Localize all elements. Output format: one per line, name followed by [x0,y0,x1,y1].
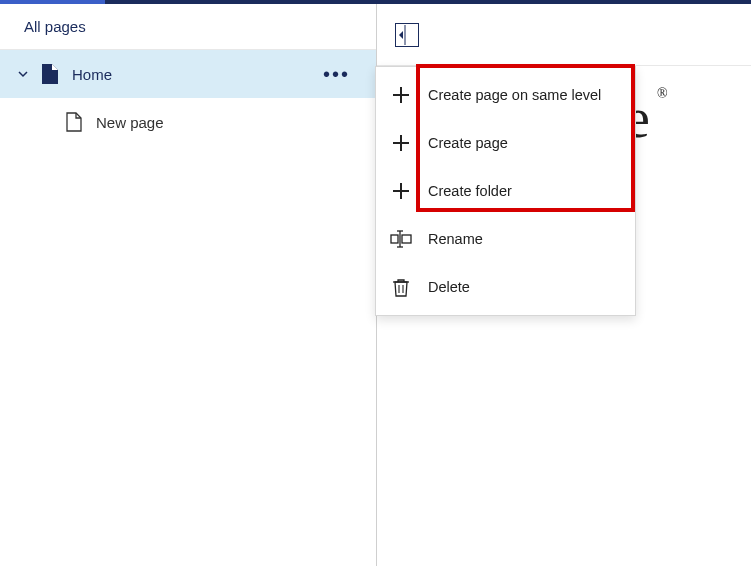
chevron-down-icon[interactable] [18,69,28,79]
tree-item-label: Home [72,66,311,83]
menu-create-folder[interactable]: Create folder [376,167,635,215]
menu-item-label: Create page [428,135,508,151]
page-filled-icon [40,63,60,85]
menu-item-label: Create folder [428,183,512,199]
trash-icon [390,276,412,298]
plus-icon [390,132,412,154]
svg-rect-9 [402,235,411,243]
menu-rename[interactable]: Rename [376,215,635,263]
tree-item-home[interactable]: Home ••• [0,50,376,98]
pages-sidebar: All pages Home ••• New page [0,4,377,566]
menu-create-page-same-level[interactable]: Create page on same level [376,71,635,119]
main-toolbar [377,4,751,66]
tree-item-label: New page [96,114,164,131]
page-outline-icon [64,111,84,133]
svg-rect-8 [391,235,398,243]
menu-item-label: Delete [428,279,470,295]
registered-mark: ® [657,86,668,102]
context-menu: Create page on same level Create page Cr… [375,66,636,316]
page-tree: Home ••• New page [0,50,376,146]
tree-item-new-page[interactable]: New page [0,98,376,146]
collapse-sidebar-button[interactable] [395,23,419,47]
menu-item-label: Create page on same level [428,87,601,103]
menu-item-label: Rename [428,231,483,247]
plus-icon [390,180,412,202]
more-options-icon[interactable]: ••• [323,63,358,86]
menu-delete[interactable]: Delete [376,263,635,311]
menu-create-page[interactable]: Create page [376,119,635,167]
plus-icon [390,84,412,106]
sidebar-title: All pages [0,4,376,50]
rename-icon [390,228,412,250]
